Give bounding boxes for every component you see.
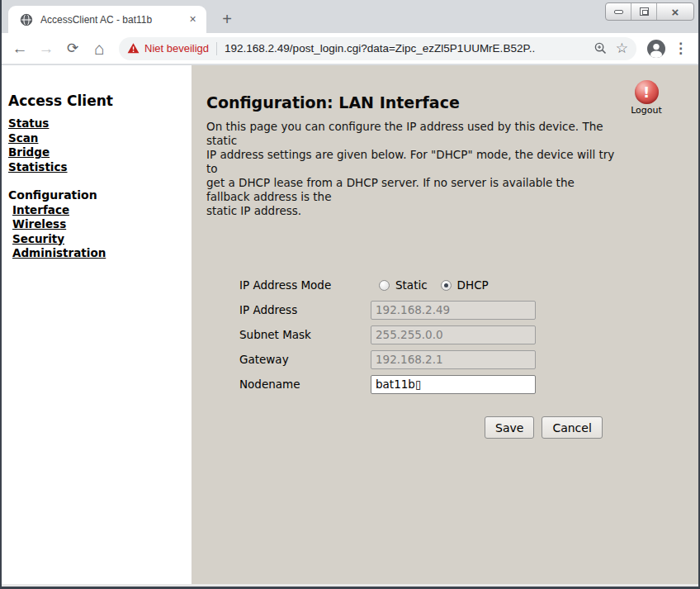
maximize-icon	[640, 7, 649, 16]
page-description: On this page you can configure the IP ad…	[206, 120, 614, 218]
description-line: fallback address is the	[206, 190, 614, 204]
logout-button[interactable]: ! Logout	[620, 80, 673, 116]
address-bar-divider	[216, 42, 217, 55]
form-row-gateway: Gateway	[239, 349, 536, 369]
dhcp-radio-label[interactable]: DHCP	[457, 278, 489, 292]
logout-icon: !	[635, 80, 659, 104]
logout-label: Logout	[620, 105, 673, 116]
sidebar-item-bridge[interactable]: Bridge	[8, 145, 187, 160]
security-warning-icon	[127, 42, 140, 55]
sidebar-item-statistics[interactable]: Statistics	[8, 160, 187, 175]
window-close-icon: ×	[672, 6, 679, 18]
dhcp-radio[interactable]	[441, 280, 452, 291]
gateway-label: Gateway	[239, 353, 371, 366]
description-line: static IP address.	[206, 204, 614, 218]
sidebar-item-wireless[interactable]: Wireless	[12, 217, 187, 232]
browser-window: AccessClient AC - bat11b × + × ← → ⟳ ⌂	[0, 0, 700, 589]
forward-button[interactable]: →	[35, 40, 58, 58]
back-button[interactable]: ←	[8, 40, 31, 58]
sidebar-item-scan[interactable]: Scan	[8, 131, 187, 146]
sidebar-item-administration[interactable]: Administration	[12, 246, 187, 261]
form-row-nodename: Nodename	[239, 374, 536, 394]
description-line: to	[206, 162, 614, 176]
form-row-ip-address-mode: IP Address Mode Static DHCP	[239, 275, 536, 295]
refresh-button[interactable]: ⟳	[61, 40, 84, 57]
bookmark-star-icon[interactable]: ☆	[616, 41, 628, 55]
minimize-icon	[614, 10, 623, 14]
sidebar-item-status[interactable]: Status	[8, 116, 187, 131]
profile-avatar-icon[interactable]	[646, 39, 666, 59]
main-panel: Configuration: LAN Interface ! Logout On…	[192, 65, 698, 584]
minimize-button[interactable]	[606, 3, 631, 20]
description-line: On this page you can configure the IP ad…	[206, 120, 614, 134]
ip-address-mode-label: IP Address Mode	[239, 278, 371, 292]
description-line: IP address settings are given below. For…	[206, 148, 614, 162]
tab-title: AccessClient AC - bat11b	[40, 14, 186, 26]
nodename-label: Nodename	[239, 378, 371, 391]
lan-interface-form: IP Address Mode Static DHCP IP Address S…	[239, 275, 536, 399]
tab-close-icon[interactable]: ×	[186, 12, 200, 26]
sidebar-config-group: Interface Wireless Security Administrati…	[8, 203, 187, 261]
page-title: Configuration: LAN Interface	[206, 93, 460, 112]
globe-favicon-icon	[20, 13, 33, 26]
sidebar-nav: Access Client Status Scan Bridge Statist…	[2, 65, 192, 584]
window-controls: ×	[605, 2, 694, 21]
static-radio-label[interactable]: Static	[395, 278, 428, 292]
description-line: static	[206, 134, 614, 148]
ip-address-mode-options: Static DHCP	[371, 278, 502, 292]
security-warning-text[interactable]: Niet beveiligd	[144, 42, 209, 55]
subnet-mask-label: Subnet Mask	[239, 328, 371, 341]
form-row-subnet-mask: Subnet Mask	[239, 325, 536, 344]
description-line: get a DHCP lease from a DHCP server. If …	[206, 176, 614, 190]
tab-strip: AccessClient AC - bat11b × + ×	[2, 0, 698, 33]
save-button[interactable]: Save	[485, 416, 534, 439]
browser-tab[interactable]: AccessClient AC - bat11b ×	[8, 6, 206, 33]
sidebar-item-interface[interactable]: Interface	[12, 203, 187, 218]
page-content: Access Client Status Scan Bridge Statist…	[2, 65, 698, 584]
subnet-mask-field	[371, 325, 536, 344]
new-tab-button[interactable]: +	[216, 9, 238, 31]
static-radio[interactable]	[379, 280, 390, 291]
ip-address-label: IP Address	[239, 303, 371, 316]
browser-menu-icon[interactable]: ⋮	[674, 40, 688, 57]
form-row-ip-address: IP Address	[239, 300, 536, 320]
sidebar-item-security[interactable]: Security	[12, 232, 187, 247]
window-close-button[interactable]: ×	[657, 3, 693, 20]
sidebar-title: Access Client	[8, 93, 187, 109]
sidebar-section-configuration: Configuration	[8, 188, 187, 203]
nodename-field[interactable]	[371, 375, 536, 394]
url-text[interactable]: 192.168.2.49/post_login.cgi?data=Zipc_ez…	[225, 42, 589, 55]
address-bar[interactable]: Niet beveiligd 192.168.2.49/post_login.c…	[119, 37, 636, 60]
maximize-button[interactable]	[631, 3, 657, 20]
home-button[interactable]: ⌂	[88, 39, 111, 59]
zoom-page-icon[interactable]	[594, 41, 608, 55]
cancel-button[interactable]: Cancel	[542, 416, 602, 439]
browser-toolbar: ← → ⟳ ⌂ Niet beveiligd 192.168.2.49/post…	[2, 33, 698, 64]
form-actions: Save Cancel	[485, 416, 603, 439]
ip-address-field	[371, 301, 536, 320]
gateway-field	[371, 350, 536, 369]
window-bottom-frame	[2, 584, 698, 587]
